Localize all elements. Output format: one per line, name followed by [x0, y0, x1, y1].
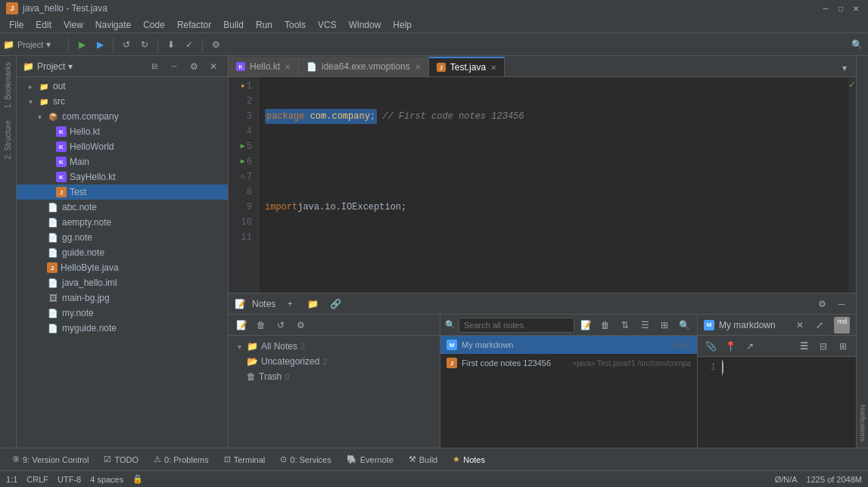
tree-item-java-hello-iml[interactable]: 📄 java_hello.iml [17, 275, 228, 290]
services-tab[interactable]: ⊙ 0: Services [274, 453, 337, 466]
notes-tree-trash[interactable]: 🗑 Trash 0 [229, 369, 440, 384]
evernote-tab[interactable]: 🐘 Evernote [341, 453, 400, 466]
notifications-tab[interactable]: Notifications [859, 399, 866, 448]
notes-list-sort-button[interactable]: ⇅ [617, 317, 633, 333]
notes-list-search-button[interactable]: 🔍 [676, 317, 692, 333]
vcs-commit-button[interactable]: ✓ [181, 36, 198, 53]
new-note-button[interactable]: + [282, 296, 298, 312]
notes-list-grid-button[interactable]: ⊞ [656, 317, 673, 333]
minimize-button[interactable]: ─ [820, 2, 832, 14]
run-button[interactable]: ▶ [73, 36, 90, 53]
menu-navigate[interactable]: Navigate [89, 18, 137, 32]
tree-item-hello-kt[interactable]: K Hello.kt [17, 124, 228, 139]
notes-split-button[interactable]: ⊞ [835, 338, 851, 355]
status-position[interactable]: 1:1 [6, 475, 17, 484]
version-control-tab[interactable]: ⑨ 9: Version Control [6, 453, 95, 466]
notes-move-button[interactable]: ↗ [742, 338, 758, 355]
tree-item-test[interactable]: J Test [17, 185, 228, 200]
menu-vcs[interactable]: VCS [312, 18, 343, 32]
tree-item-sayhello[interactable]: K SayHello.kt [17, 169, 228, 185]
collapse-panel-button[interactable]: ─ [166, 58, 182, 75]
settings-button[interactable]: ⚙ [207, 36, 224, 53]
close-icon[interactable]: ✕ [415, 63, 421, 71]
undo-button[interactable]: ↺ [118, 36, 135, 53]
status-indent[interactable]: 4 spaces [90, 475, 123, 484]
notes-search-input[interactable] [459, 318, 574, 333]
open-folder-button[interactable]: 📁 [304, 296, 321, 312]
notes-pin-button[interactable]: 📍 [722, 338, 739, 355]
menu-window[interactable]: Window [343, 18, 387, 32]
menu-refactor[interactable]: Refactor [171, 18, 217, 32]
tree-item-myguide-note[interactable]: 📄 myguide.note [17, 321, 228, 336]
notes-editor-close-button[interactable]: ✕ [792, 317, 808, 333]
tree-item-aempty-note[interactable]: 📄 aempty.note [17, 215, 228, 230]
notes-layout-button[interactable]: ⊟ [815, 338, 832, 355]
status-encoding[interactable]: UTF-8 [58, 475, 81, 484]
code-editor[interactable]: package com.company; // First code notes… [259, 77, 848, 293]
menu-edit[interactable]: Edit [30, 18, 58, 32]
notes-tree-uncategorized[interactable]: 📂 Uncategorized 2 [229, 354, 440, 369]
tree-item-com-company[interactable]: ▾ 📦 com.company [17, 109, 228, 124]
delete-note-btn[interactable]: 🗑 [253, 317, 269, 333]
notes-editor-content[interactable]: 1 [698, 357, 856, 448]
tab-hello-kt[interactable]: K Hello.kt ✕ [229, 57, 299, 76]
tab-vmoptions[interactable]: 📄 idea64.exe.vmoptions ✕ [299, 57, 429, 76]
redo-button[interactable]: ↻ [136, 36, 153, 53]
tree-item-main[interactable]: K Main [17, 154, 228, 169]
tabs-menu-button[interactable]: ▾ [836, 60, 853, 76]
link-note-button[interactable]: 🔗 [327, 296, 344, 312]
sync-notes-btn[interactable]: ↺ [272, 317, 289, 333]
notes-settings-button[interactable]: ⚙ [814, 296, 830, 312]
note-item-my-markdown[interactable]: M My markdown «md» [440, 336, 697, 354]
tree-item-src[interactable]: ▾ 📁 src [17, 94, 228, 109]
notes-list-view-button[interactable]: ☰ [636, 317, 653, 333]
notes-list-delete-button[interactable]: 🗑 [597, 317, 614, 333]
new-note-btn[interactable]: 📝 [233, 317, 250, 333]
tree-item-hellobyte[interactable]: J HelloByte.java [17, 260, 228, 275]
todo-tab[interactable]: ☑ TODO [98, 453, 145, 466]
status-memory[interactable]: 1225 of 2048M [807, 475, 862, 484]
vcs-update-button[interactable]: ⬇ [163, 36, 179, 53]
note-item-first-code-notes[interactable]: J First code notes 123456 «java» Test.ja… [440, 354, 697, 372]
problems-tab[interactable]: ⚠ 0: Problems [148, 453, 215, 466]
menu-run[interactable]: Run [250, 18, 278, 32]
sidebar-settings-button[interactable]: ⚙ [185, 58, 202, 75]
menu-view[interactable]: View [58, 18, 89, 32]
tree-item-main-bg[interactable]: 🖼 main-bg.jpg [17, 290, 228, 306]
status-line-ending[interactable]: CRLF [26, 475, 48, 484]
collapse-all-button[interactable]: ⊟ [146, 58, 163, 75]
notes-bold-button[interactable]: ☰ [795, 338, 812, 355]
notes-editor-expand-button[interactable]: ⤢ [811, 317, 828, 333]
tree-item-guide-note[interactable]: 📄 guide.note [17, 245, 228, 260]
notes-tree-all-notes[interactable]: ▾ 📁 All Notes 2 [229, 339, 440, 354]
structure-tab[interactable]: 2: Structure [4, 114, 12, 166]
debug-button[interactable]: ▶ [92, 36, 108, 53]
menu-build[interactable]: Build [217, 18, 250, 32]
search-everywhere-button[interactable]: 🔍 [848, 36, 865, 53]
notes-hide-button[interactable]: ─ [833, 296, 850, 312]
close-button[interactable]: ✕ [850, 2, 862, 14]
tree-item-out[interactable]: ▸ 📁 out [17, 79, 228, 94]
notes-attach-button[interactable]: 📎 [702, 338, 719, 355]
menu-file[interactable]: File [3, 18, 30, 32]
menu-tools[interactable]: Tools [278, 18, 312, 32]
notes-text-area[interactable] [719, 360, 853, 445]
close-icon[interactable]: ✕ [490, 64, 496, 72]
menu-help[interactable]: Help [387, 18, 418, 32]
project-dropdown[interactable]: 📁 Project ▾ [3, 36, 64, 53]
build-tab[interactable]: ⚒ Build [403, 453, 443, 466]
tab-test-java[interactable]: J Test.java ✕ [429, 57, 505, 76]
status-vcs[interactable]: Ø/N/A [775, 475, 798, 484]
bookmarks-tab[interactable]: 1: Bookmarks [4, 56, 12, 114]
note-settings-btn[interactable]: ⚙ [292, 317, 309, 333]
terminal-tab[interactable]: ⊡ Terminal [218, 453, 272, 466]
tree-item-my-note[interactable]: 📄 my.note [17, 306, 228, 321]
notes-tab[interactable]: ★ Notes [446, 453, 491, 466]
tree-item-helloworld[interactable]: K HelloWorld [17, 139, 228, 154]
sidebar-hide-button[interactable]: ✕ [205, 58, 222, 75]
maximize-button[interactable]: □ [835, 2, 847, 14]
close-icon[interactable]: ✕ [285, 63, 291, 71]
tree-item-gg-note[interactable]: 📄 gg.note [17, 230, 228, 245]
menu-code[interactable]: Code [137, 18, 171, 32]
tree-item-abc-note[interactable]: 📄 abc.note [17, 200, 228, 215]
